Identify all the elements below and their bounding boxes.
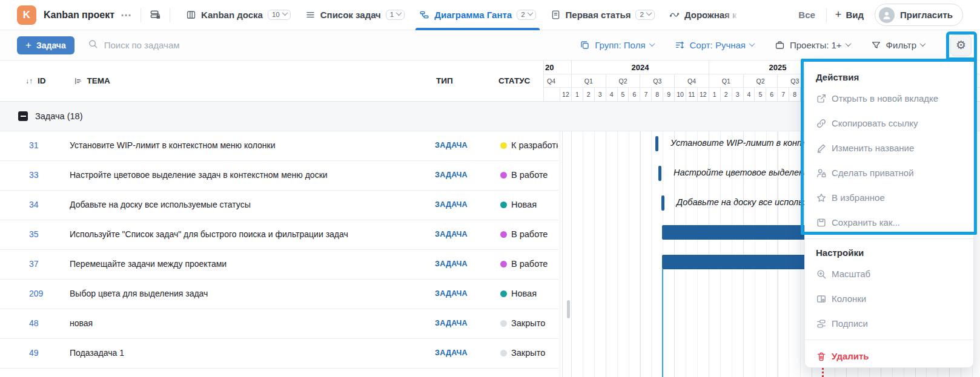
table-row[interactable]: 37Перемещайте задачи между проектамиЗАДА…	[0, 250, 558, 280]
task-title[interactable]: Выбор цвета для выделения задач	[70, 289, 208, 298]
sort-icon	[675, 40, 685, 50]
save-as-icon	[816, 217, 832, 228]
menu-item-open-new-tab[interactable]: Открыть в новой вкладке	[805, 86, 973, 111]
menu-item-rename[interactable]: Изменить название	[805, 136, 973, 160]
view-settings-gear-button[interactable]: ⚙	[950, 34, 972, 56]
quarter-cell: Q1	[572, 74, 606, 88]
menu-item-labels[interactable]: Подписи	[805, 311, 973, 336]
menu-item-copy-link[interactable]: Скопировать ссылку	[805, 111, 973, 136]
task-status[interactable]: В работе	[500, 259, 558, 269]
task-status[interactable]: Новая	[500, 289, 558, 298]
tab-kanban-доска[interactable]: Kanban доска10	[179, 0, 298, 30]
menu-item-save-as[interactable]: Сохранить как...	[805, 210, 973, 235]
table-row[interactable]: 33Настройте цветовое выделение задач в к…	[0, 161, 558, 191]
menu-item-favorite[interactable]: В избранное	[805, 185, 973, 210]
month-cell: 1	[572, 88, 583, 102]
month-cell: 9	[663, 88, 675, 102]
task-title[interactable]: Перемещайте задачи между проектами	[70, 259, 227, 269]
task-id[interactable]: 33	[29, 170, 39, 180]
menu-item-private[interactable]: Сделать приватной	[805, 160, 973, 185]
toolbar-filter-control[interactable]: Фильтр	[871, 40, 925, 50]
task-status[interactable]: Закрыто	[500, 318, 558, 328]
control-label: Сорт: Ручная	[690, 40, 746, 50]
control-label: Проекты: 1+	[790, 40, 842, 50]
month-cell	[544, 88, 560, 102]
tab-counter-badge[interactable]: 2	[635, 10, 654, 20]
menu-item-zoom[interactable]: Масштаб	[805, 261, 973, 286]
task-id[interactable]: 37	[29, 259, 39, 269]
task-title[interactable]: Добавьте на доску все используемые стату…	[70, 200, 251, 209]
access-lock-icon[interactable]	[150, 9, 161, 21]
all-views-button[interactable]: Все	[798, 10, 815, 20]
toolbar-sort-control[interactable]: Сорт: Ручная	[675, 40, 754, 50]
task-id[interactable]: 48	[29, 318, 39, 328]
tab-диаграмма-ганта[interactable]: Диаграмма Ганта2	[412, 0, 543, 30]
private-icon	[816, 168, 832, 179]
quarter-cell: Q1	[709, 74, 744, 88]
badge-count: 10	[272, 11, 280, 18]
menu-item-delete[interactable]: Удалить	[805, 344, 973, 368]
chevron-down-icon	[845, 41, 851, 47]
tab-counter-badge[interactable]: 10	[268, 10, 291, 20]
tab-counter-badge[interactable]: 2	[517, 10, 535, 20]
table-row[interactable]: 48новаяЗАДАЧАЗакрыто	[0, 309, 558, 339]
task-status[interactable]: Новая	[500, 200, 558, 209]
month-cell: 1	[709, 88, 721, 102]
task-status[interactable]: В работе	[500, 229, 558, 239]
status-dot	[500, 172, 507, 179]
gantt-milestone-bar[interactable]	[661, 195, 664, 211]
menu-item-label: Скопировать ссылку	[832, 118, 918, 128]
roadmap-icon	[669, 10, 680, 20]
top-bar: K Kanban проект ⋯ Kanban доска10Список з…	[0, 0, 980, 30]
tab-counter-badge[interactable]: 1	[386, 10, 405, 20]
status-column-label: СТАТУС	[498, 76, 530, 85]
add-task-button[interactable]: + Задача	[17, 36, 74, 54]
table-row[interactable]: 34Добавьте на доску все используемые ста…	[0, 191, 558, 220]
add-view-button[interactable]: + Вид	[835, 8, 864, 21]
menu-item-columns[interactable]: Колонки	[805, 286, 973, 311]
tab-список-задач[interactable]: Список задач1	[298, 0, 412, 30]
task-id[interactable]: 49	[29, 348, 39, 358]
task-title[interactable]: новая	[70, 318, 93, 328]
column-header-theme[interactable]: ТЕМА	[74, 76, 110, 85]
collapse-group-icon[interactable]	[18, 111, 28, 121]
task-status[interactable]: К разработке	[500, 140, 558, 150]
project-logo[interactable]: K	[17, 5, 36, 25]
task-status[interactable]: В работе	[500, 170, 558, 180]
gantt-milestone-bar[interactable]	[658, 166, 661, 181]
toolbar-group-control[interactable]: Групп: Поля	[580, 40, 654, 50]
table-row[interactable]: 209Выбор цвета для выделения задачЗАДАЧА…	[0, 280, 558, 309]
task-title[interactable]: Подазадача 1	[70, 348, 124, 358]
table-row[interactable]: 49Подазадача 1ЗАДАЧАЗакрыто	[0, 339, 558, 369]
task-search	[88, 39, 250, 51]
menu-divider	[805, 339, 973, 340]
vertical-scrollbar-thumb[interactable]	[567, 300, 570, 318]
search-input[interactable]	[104, 40, 250, 50]
gantt-milestone-bar[interactable]	[655, 136, 658, 151]
toolbar-projects-control[interactable]: Проекты: 1+	[775, 40, 850, 50]
table-row[interactable]: 31Установите WIP-лимит в контекстном мен…	[0, 131, 558, 161]
task-status[interactable]: Закрыто	[500, 348, 558, 358]
badge-count: 1	[390, 11, 394, 18]
task-table-body: 31Установите WIP-лимит в контекстном мен…	[0, 131, 558, 369]
tab-первая-статья[interactable]: Первая статья2	[543, 0, 662, 30]
column-header-id[interactable]: ↓↑ ID	[25, 76, 46, 85]
projects-icon	[775, 40, 785, 50]
more-options-icon[interactable]: ⋯	[121, 8, 132, 22]
column-header-status[interactable]: СТАТУС	[498, 76, 530, 85]
task-id[interactable]: 34	[29, 200, 39, 209]
plus-icon: +	[25, 39, 31, 51]
task-title[interactable]: Установите WIP-лимит в контекстном меню …	[70, 140, 276, 150]
status-label: Закрыто	[511, 318, 545, 328]
invite-button[interactable]: Пригласить	[875, 4, 963, 26]
task-title[interactable]: Используйте "Список задач" для быстрого …	[70, 229, 348, 239]
task-id[interactable]: 35	[29, 229, 39, 239]
toolbar-controls: Групп: ПоляСорт: РучнаяПроекты: 1+Фильтр	[559, 40, 933, 50]
task-type-badge: ЗАДАЧА	[435, 289, 468, 298]
task-id[interactable]: 31	[29, 140, 39, 150]
column-header-type[interactable]: ТИП	[436, 76, 453, 85]
task-title[interactable]: Настройте цветовое выделение задач в кон…	[70, 170, 328, 180]
table-row[interactable]: 35Используйте "Список задач" для быстрог…	[0, 220, 558, 250]
open-new-tab-icon	[816, 93, 832, 104]
task-id[interactable]: 209	[29, 289, 43, 298]
